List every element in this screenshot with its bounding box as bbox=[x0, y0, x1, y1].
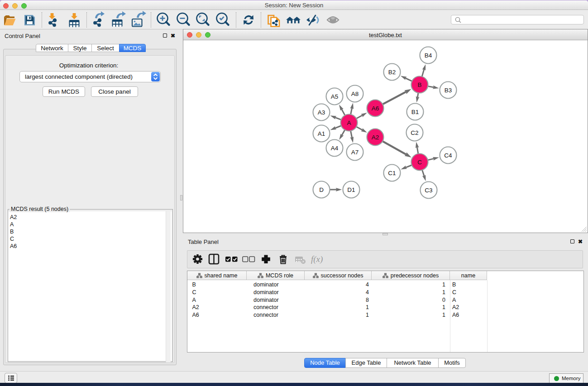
svg-text:B: B bbox=[417, 81, 421, 88]
svg-text:A1: A1 bbox=[318, 130, 325, 137]
svg-text:A4: A4 bbox=[331, 145, 339, 152]
svg-text:A8: A8 bbox=[351, 91, 359, 97]
svg-text:A7: A7 bbox=[351, 149, 359, 156]
svg-text:f(x): f(x) bbox=[311, 254, 323, 264]
svg-text:D: D bbox=[319, 186, 324, 193]
svg-text:A2: A2 bbox=[372, 134, 379, 141]
svg-text:B3: B3 bbox=[445, 87, 452, 94]
svg-text:A6: A6 bbox=[372, 105, 379, 112]
svg-text:C2: C2 bbox=[411, 129, 418, 136]
svg-text:C4: C4 bbox=[444, 152, 452, 159]
svg-text:C3: C3 bbox=[425, 187, 432, 194]
svg-text:C1: C1 bbox=[388, 170, 396, 176]
svg-text:A5: A5 bbox=[331, 93, 339, 100]
svg-text:C: C bbox=[417, 159, 422, 166]
svg-text:B4: B4 bbox=[425, 52, 432, 59]
svg-text:D1: D1 bbox=[347, 186, 355, 193]
svg-text:A3: A3 bbox=[318, 109, 325, 116]
svg-text:B1: B1 bbox=[411, 109, 419, 115]
svg-text:B2: B2 bbox=[388, 69, 396, 76]
svg-text:A: A bbox=[347, 119, 351, 126]
